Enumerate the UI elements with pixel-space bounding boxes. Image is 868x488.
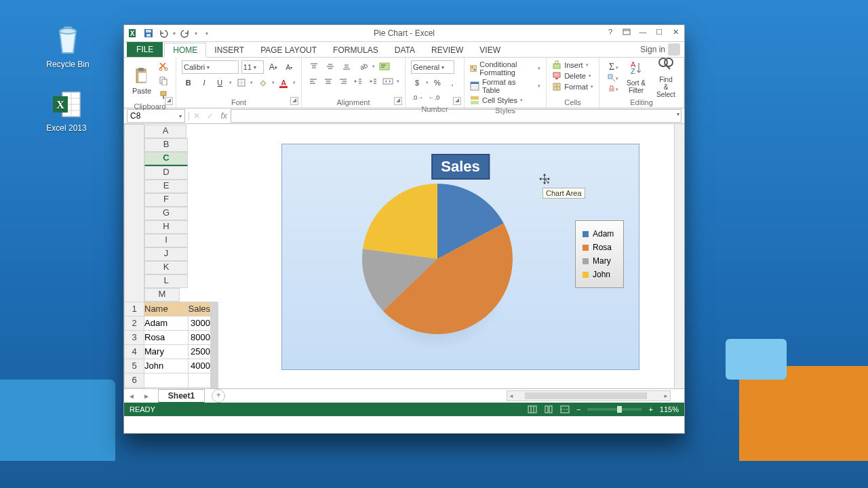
merge-center-icon[interactable] <box>382 75 394 87</box>
column-header[interactable]: I <box>144 234 188 247</box>
column-header[interactable]: E <box>144 180 188 193</box>
column-header[interactable]: G <box>144 207 188 220</box>
cell[interactable]: 8000 <box>188 330 211 344</box>
decrease-indent-icon[interactable] <box>352 75 364 87</box>
format-cells-button[interactable]: Format▾ <box>552 82 593 92</box>
dialog-launcher-icon[interactable]: ◢ <box>290 97 298 105</box>
undo-icon[interactable] <box>158 28 169 39</box>
row-header[interactable]: 5 <box>125 359 144 373</box>
cut-icon[interactable] <box>157 60 170 73</box>
cell[interactable]: Sales <box>188 302 211 316</box>
align-bottom-icon[interactable] <box>340 60 353 73</box>
view-page-break-icon[interactable] <box>560 405 570 413</box>
ribbon-collapse-icon[interactable] <box>620 26 633 37</box>
cell[interactable] <box>218 330 218 344</box>
find-select-button[interactable]: Find & Select <box>654 54 678 100</box>
bold-button[interactable]: B <box>182 77 195 89</box>
fx-icon[interactable]: fx <box>217 111 231 121</box>
redo-icon[interactable] <box>180 28 191 39</box>
chart-area[interactable]: Sales AdamRosaMaryJohn Chart Area <box>281 144 639 370</box>
cell[interactable] <box>218 316 218 330</box>
row-header[interactable]: 6 <box>125 373 144 387</box>
align-top-icon[interactable] <box>307 60 321 73</box>
undo-dropdown[interactable]: ▾ <box>173 30 176 37</box>
column-header[interactable]: K <box>144 261 188 274</box>
tab-review[interactable]: REVIEW <box>423 43 471 57</box>
font-size-dropdown[interactable]: 11▾ <box>241 60 264 74</box>
wrap-text-icon[interactable] <box>378 60 391 73</box>
number-format-dropdown[interactable]: General▾ <box>411 60 454 74</box>
sheet-tab[interactable]: Sheet1 <box>158 389 205 403</box>
cancel-formula-icon[interactable]: ✕ <box>190 111 203 121</box>
decrease-decimal-icon[interactable]: ←.0 <box>427 92 441 104</box>
comma-format-icon[interactable]: , <box>446 77 458 89</box>
horizontal-scrollbar[interactable]: ◄ ► <box>507 390 671 401</box>
cell[interactable] <box>218 373 218 387</box>
zoom-slider[interactable] <box>587 408 642 411</box>
conditional-formatting-button[interactable]: Conditional Formatting▾ <box>470 60 540 77</box>
dialog-launcher-icon[interactable]: ◢ <box>165 97 173 105</box>
shrink-font-icon[interactable]: A▾ <box>283 61 296 73</box>
minimize-button[interactable]: — <box>637 26 649 37</box>
close-button[interactable]: ✕ <box>669 26 682 37</box>
cell[interactable]: Rosa <box>144 330 189 344</box>
cell[interactable]: Adam <box>144 316 189 330</box>
pie-slice[interactable] <box>363 184 437 259</box>
legend-item[interactable]: Rosa <box>583 243 616 252</box>
view-page-layout-icon[interactable] <box>544 405 553 413</box>
column-header[interactable]: F <box>144 193 188 207</box>
cell[interactable]: Name <box>144 302 189 316</box>
align-middle-icon[interactable] <box>323 60 337 73</box>
column-header[interactable]: J <box>144 247 188 261</box>
italic-button[interactable]: I <box>197 77 210 89</box>
dialog-launcher-icon[interactable]: ◢ <box>394 97 402 105</box>
copy-icon[interactable] <box>157 75 170 87</box>
tab-file[interactable]: FILE <box>127 42 163 57</box>
name-box[interactable]: C8▾ <box>127 109 185 123</box>
dialog-launcher-icon[interactable]: ◢ <box>453 97 461 105</box>
insert-cells-button[interactable]: Insert▾ <box>552 60 593 70</box>
increase-decimal-icon[interactable]: .0→ <box>411 92 425 104</box>
column-header[interactable]: M <box>144 288 180 302</box>
sheet-nav-next[interactable]: ► <box>139 392 154 400</box>
border-icon[interactable] <box>235 77 248 89</box>
zoom-in-button[interactable]: + <box>648 405 652 413</box>
accounting-format-icon[interactable]: $ <box>411 77 423 89</box>
select-all-corner[interactable] <box>125 125 144 302</box>
vertical-scrollbar[interactable] <box>674 124 684 388</box>
worksheet-grid[interactable]: ABCDEFGHIJKLM1NameSales2Adam30003Rosa800… <box>124 124 684 388</box>
zoom-level[interactable]: 115% <box>660 405 679 413</box>
paste-button[interactable]: Paste <box>130 65 154 96</box>
cell[interactable]: 4000 <box>188 359 211 373</box>
tab-view[interactable]: VIEW <box>471 43 509 57</box>
chart-title[interactable]: Sales <box>431 154 490 180</box>
cell-styles-button[interactable]: Cell Styles▾ <box>470 96 540 105</box>
column-header[interactable]: C <box>144 152 188 166</box>
legend-item[interactable]: Mary <box>583 256 616 266</box>
align-right-icon[interactable] <box>337 75 349 87</box>
save-icon[interactable] <box>143 28 154 39</box>
increase-indent-icon[interactable] <box>367 75 379 87</box>
cell[interactable]: Mary <box>144 344 189 359</box>
row-header[interactable]: 3 <box>125 330 144 344</box>
cell[interactable] <box>188 373 211 387</box>
enter-formula-icon[interactable]: ✓ <box>203 111 217 121</box>
column-header[interactable]: L <box>144 274 188 288</box>
cell[interactable] <box>144 373 189 387</box>
row-header[interactable]: 4 <box>125 344 144 359</box>
row-header[interactable]: 1 <box>125 302 144 316</box>
column-header[interactable]: A <box>144 125 186 138</box>
cell[interactable]: John <box>144 359 189 373</box>
tab-data[interactable]: DATA <box>387 43 423 57</box>
align-left-icon[interactable] <box>307 75 319 87</box>
redo-dropdown[interactable]: ▾ <box>195 30 197 37</box>
format-as-table-button[interactable]: Format as Table▾ <box>470 78 540 94</box>
cell[interactable] <box>218 302 218 316</box>
column-header[interactable]: H <box>144 220 188 234</box>
column-header[interactable]: D <box>144 166 188 180</box>
grow-font-icon[interactable]: A▴ <box>267 61 280 73</box>
help-icon[interactable]: ? <box>604 26 616 37</box>
tab-home[interactable]: HOME <box>164 43 206 58</box>
font-color-icon[interactable]: A <box>277 77 290 89</box>
fill-color-icon[interactable] <box>256 77 269 89</box>
